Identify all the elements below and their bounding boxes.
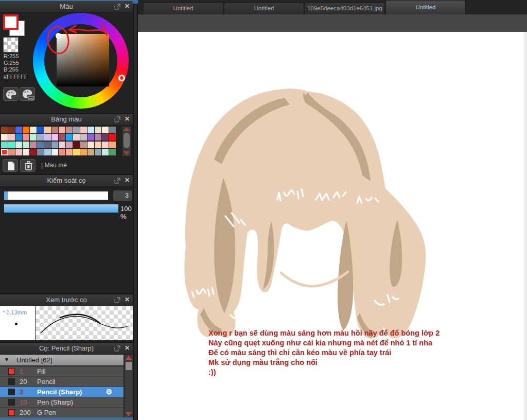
palette-swatch-40[interactable] [59,142,65,148]
palette-swatch-51[interactable] [23,149,29,155]
palette-swatch-14[interactable] [102,127,109,133]
palette-swatch-24[interactable] [59,134,65,141]
palette-scrollbar[interactable] [122,127,131,156]
palette-swatch-18[interactable] [15,134,22,141]
hue-indicator[interactable] [118,75,125,81]
brush-group-row[interactable]: ▼ Untitled [62] [0,355,124,365]
palette-swatch-34[interactable] [15,142,22,148]
brush-size-value[interactable]: 3 [113,190,132,201]
palette-swatch-33[interactable] [8,142,15,148]
close-icon[interactable]: ✕ [125,344,130,352]
brush-list-scrollbar[interactable] [125,355,133,417]
scroll-up-icon[interactable] [124,127,130,131]
foreground-color-swatch[interactable] [3,14,19,30]
scrollbar-thumb[interactable] [134,4,137,420]
brush-settings-gear-icon[interactable]: ⚙ [106,388,112,396]
palette-swatch-55[interactable] [51,149,58,155]
palette-swatch-60[interactable] [87,149,94,155]
palette-swatch-62[interactable] [102,149,109,155]
transparent-color-swatch[interactable] [3,37,19,52]
palette-swatch-50[interactable] [15,149,22,155]
sv-indicator[interactable] [56,33,61,39]
document-tab-1[interactable]: Untitled [224,3,304,14]
palette-swatch-2[interactable] [15,127,22,133]
canvas-scrollbar[interactable] [524,32,527,420]
palette-swatch-4[interactable] [30,127,37,133]
palette-swatch-45[interactable] [95,142,101,148]
brush-row-pen-sharp-[interactable]: 10Pen (Sharp) [0,397,124,408]
palette-swatch-12[interactable] [87,127,94,133]
document-tab-2[interactable]: 109e5deeca403d1e6451.jpg [305,3,385,14]
palette-swatch-49[interactable] [8,149,15,155]
popout-icon[interactable] [114,297,120,303]
brush-row-g-pen[interactable]: 200G Pen [0,408,124,418]
new-palette-button[interactable] [3,159,18,172]
scroll-up-icon[interactable] [126,356,132,360]
panel-column-scrollbar[interactable] [133,0,138,420]
popout-icon[interactable] [114,116,120,122]
palette-swatch-44[interactable] [87,142,94,148]
palette-swatch-15[interactable] [109,127,116,133]
brush-row-pencil-sharp-[interactable]: 3Pencil (Sharp)⚙ [0,387,124,397]
palette-swatch-59[interactable] [80,149,87,155]
palette-swatch-23[interactable] [51,134,58,141]
palette-swatch-42[interactable] [73,142,80,148]
palette-swatch-56[interactable] [59,149,65,155]
palette-swatch-39[interactable] [51,142,58,148]
palette-swatch-10[interactable] [73,127,80,133]
scrollbar-thumb[interactable] [124,133,130,148]
palette-swatch-6[interactable] [44,127,51,133]
palette-swatch-3[interactable] [23,127,29,133]
palette-swatch-57[interactable] [66,149,73,155]
palette-button[interactable] [3,87,19,101]
palette-swatch-48[interactable] [1,149,8,155]
document-tab-0[interactable]: Untitled [143,3,223,14]
palette-swatch-53[interactable] [37,149,44,155]
palette-swatch-25[interactable] [66,134,73,141]
palette-swatch-36[interactable] [30,142,37,148]
popout-icon[interactable] [114,178,120,184]
palette-swatch-20[interactable] [30,134,37,141]
palette-swatch-52[interactable] [30,149,37,155]
palette-swatch-13[interactable] [95,127,101,133]
palette-swatch-28[interactable] [87,134,94,141]
palette-swatch-32[interactable] [1,142,8,148]
collapse-icon[interactable]: ▼ [4,357,9,362]
palette-swatch-0[interactable] [1,127,8,133]
palette-swatch-58[interactable] [73,149,80,155]
palette-swatch-26[interactable] [73,134,80,141]
palette-swatch-27[interactable] [80,134,87,141]
palette-swatch-5[interactable] [37,127,44,133]
palette-swatch-30[interactable] [102,134,109,141]
palette-swatch-54[interactable] [44,149,51,155]
palette-options-button[interactable] [20,87,35,101]
palette-swatch-7[interactable] [51,127,58,133]
brush-row-fill[interactable]: 1Fill [0,366,124,377]
scroll-down-icon[interactable] [124,151,130,155]
palette-swatch-17[interactable] [8,134,15,141]
palette-swatch-47[interactable] [109,142,116,148]
close-icon[interactable]: ✕ [125,296,130,303]
palette-swatch-31[interactable] [109,134,116,141]
palette-swatch-35[interactable] [23,142,29,148]
palette-swatch-38[interactable] [44,142,51,148]
palette-swatch-9[interactable] [66,127,73,133]
popout-icon[interactable] [114,345,120,352]
close-icon[interactable]: ✕ [125,115,130,122]
document-tab-3[interactable]: Untitled [385,0,466,14]
palette-swatch-16[interactable] [1,134,8,141]
palette-swatch-8[interactable] [59,127,65,133]
scrollbar-thumb[interactable] [126,362,132,370]
palette-swatch-43[interactable] [80,142,87,148]
palette-swatch-37[interactable] [37,142,44,148]
palette-swatch-22[interactable] [44,134,51,141]
brush-opacity-slider[interactable] [4,204,118,213]
brush-size-slider[interactable] [4,191,108,200]
palette-swatch-41[interactable] [66,142,73,148]
close-icon[interactable]: ✕ [125,3,130,10]
close-icon[interactable]: ✕ [125,177,130,184]
palette-swatch-61[interactable] [95,149,101,155]
palette-swatch-46[interactable] [102,142,109,148]
drawing-canvas[interactable]: Xong r bạn sẽ dùng màu sáng hơn màu hồi … [138,32,527,420]
palette-swatch-63[interactable] [109,149,116,155]
